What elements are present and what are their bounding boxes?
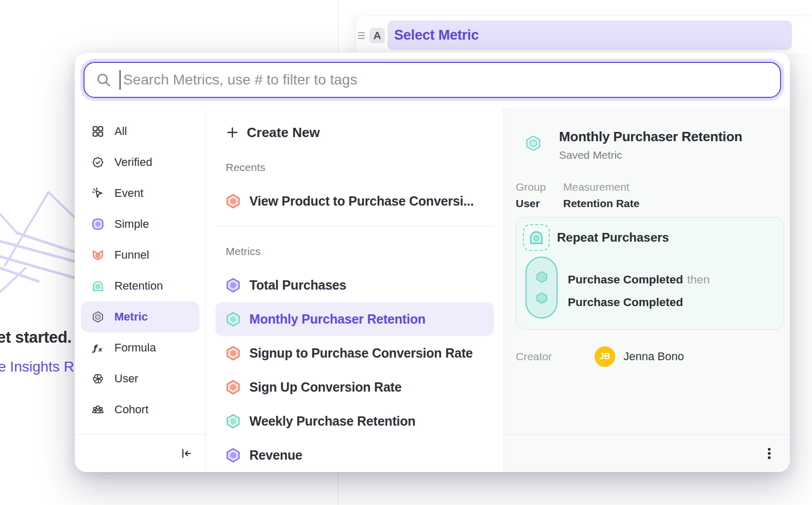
sidebar-item-label: Cohort: [114, 403, 148, 416]
metric-definition-card: Repeat Purchasers Purchase Completed: [516, 217, 784, 330]
sidebar-item-simple[interactable]: Simple: [81, 209, 199, 240]
drag-handle-icon[interactable]: [358, 31, 365, 40]
metric-list-item-selected[interactable]: Monthly Purchaser Retention: [215, 302, 494, 336]
metric-list-panel: Create New Recents View Product to Purch…: [206, 108, 503, 472]
user-profiles-icon: [91, 372, 105, 385]
plus-icon: [226, 126, 239, 139]
sidebar-item-cohort[interactable]: Cohort: [81, 394, 199, 425]
sidebar-item-label: Simple: [114, 217, 149, 231]
step-hexagon-icon: [535, 291, 549, 305]
measurement-value: Retention Rate: [563, 197, 639, 210]
metric-name: Revenue: [249, 448, 302, 463]
group-value: User: [516, 197, 563, 210]
sidebar-item-label: User: [114, 372, 138, 385]
metric-name: View Product to Purchase Conversi...: [249, 194, 474, 209]
sidebar-item-label: Verified: [114, 156, 152, 169]
step-hexagon-icon: [535, 270, 549, 284]
details-footer: [504, 434, 790, 472]
sidebar-item-verified[interactable]: Verified: [81, 147, 199, 178]
svg-text:x: x: [98, 346, 103, 353]
sidebar-item-label: Formula: [114, 341, 156, 355]
details-subtitle: Saved Metric: [559, 149, 742, 161]
metric-name: Total Purchases: [249, 278, 346, 293]
metric-list-item[interactable]: Total Purchases: [215, 268, 494, 302]
sidebar-footer: [75, 434, 206, 472]
definition-name: Repeat Purchasers: [557, 230, 669, 245]
sidebar-item-metric[interactable]: Metric: [81, 301, 199, 332]
sidebar-item-funnel[interactable]: Funnel: [81, 240, 199, 271]
sidebar-item-label: Metric: [114, 310, 148, 324]
sidebar-item-retention[interactable]: Retention: [81, 271, 199, 301]
background-link-fragment[interactable]: e Insights Re: [0, 359, 82, 375]
metric-name: Monthly Purchaser Retention: [249, 312, 426, 327]
measurement-label: Measurement: [563, 181, 639, 193]
create-new-button[interactable]: Create New: [215, 116, 494, 148]
metric-list-item[interactable]: Revenue: [215, 438, 494, 472]
metrics-list: Total Purchases Monthly Purchaser Retent…: [206, 268, 503, 472]
collapse-sidebar-icon[interactable]: [180, 447, 193, 460]
metric-list-item[interactable]: Sign Up Conversion Rate: [215, 370, 494, 404]
sidebar-item-label: Event: [114, 187, 143, 200]
create-new-label: Create New: [247, 125, 320, 141]
cohort-people-icon: [91, 403, 105, 416]
saved-metric-icon: [91, 310, 105, 324]
formula-icon: ƒ x: [91, 341, 105, 355]
sidebar-item-label: Retention: [114, 279, 163, 293]
creator-row: Creator JB Jenna Bono: [516, 346, 790, 367]
metric-list-item[interactable]: Signup to Purchase Conversion Rate: [215, 336, 494, 370]
recents-heading: Recents: [226, 161, 503, 174]
metric-name: Sign Up Conversion Rate: [249, 380, 401, 395]
category-sidebar: All Verified Event: [75, 108, 206, 472]
details-title: Monthly Purchaser Retention: [559, 129, 742, 145]
retention-metric-icon: [91, 279, 105, 293]
group-label: Group: [516, 181, 563, 193]
sidebar-item-all[interactable]: All: [81, 116, 199, 147]
grid-icon: [91, 125, 105, 138]
decorative-chart-lines: [0, 188, 77, 312]
sidebar-item-label: All: [114, 125, 127, 138]
metric-hexagon-icon: [225, 379, 242, 396]
metric-hexagon-icon: [225, 413, 242, 430]
creator-avatar: JB: [595, 346, 615, 367]
metric-row-card: A Select Metric: [356, 15, 812, 55]
retention-definition-icon: [523, 224, 550, 251]
metrics-heading: Metrics: [226, 245, 503, 258]
funnel-hexagon-icon: [225, 193, 242, 210]
metric-name: Weekly Purchase Retention: [249, 414, 415, 429]
step-2-event: Purchase Completed: [568, 296, 683, 309]
series-letter-badge: A: [369, 28, 385, 43]
verified-badge-icon: [91, 156, 105, 169]
metric-picker-modal: Search Metrics, use # to filter to tags …: [75, 53, 790, 472]
metric-hexagon-icon-large: [524, 134, 543, 153]
sidebar-item-label: Funnel: [114, 248, 149, 262]
more-options-icon[interactable]: [762, 446, 776, 461]
select-metric-button[interactable]: Select Metric: [387, 21, 792, 50]
step-connector: then: [687, 273, 710, 287]
recent-metric-item[interactable]: View Product to Purchase Conversi...: [215, 184, 494, 217]
search-placeholder: Search Metrics, use # to filter to tags: [123, 72, 357, 88]
sidebar-item-user[interactable]: User: [81, 363, 199, 394]
steps-capsule: [526, 257, 557, 318]
text-caret: [120, 70, 121, 90]
metric-hexagon-icon: [225, 311, 242, 328]
metric-name: Signup to Purchase Conversion Rate: [249, 346, 473, 361]
search-input[interactable]: Search Metrics, use # to filter to tags: [83, 62, 781, 98]
funnel-metric-icon: [91, 248, 105, 262]
creator-name: Jenna Bono: [623, 350, 684, 363]
sidebar-item-formula[interactable]: ƒ x Formula: [81, 332, 199, 363]
simple-metric-icon: [91, 217, 105, 231]
creator-label: Creator: [516, 350, 595, 363]
metric-list-item[interactable]: Weekly Purchase Retention: [215, 404, 494, 438]
metric-hexagon-icon: [225, 447, 242, 464]
list-divider: [216, 226, 494, 227]
metric-hexagon-icon: [225, 345, 242, 362]
sidebar-item-event[interactable]: Event: [81, 178, 199, 209]
metric-details-panel: Monthly Purchaser Retention Saved Metric…: [503, 108, 790, 472]
step-1-event: Purchase Completed: [568, 273, 683, 287]
search-icon: [96, 72, 111, 88]
select-metric-label: Select Metric: [394, 27, 479, 43]
metric-hexagon-icon: [225, 277, 242, 294]
background-headline-fragment: et started.: [0, 328, 72, 347]
event-cursor-icon: [91, 187, 105, 200]
